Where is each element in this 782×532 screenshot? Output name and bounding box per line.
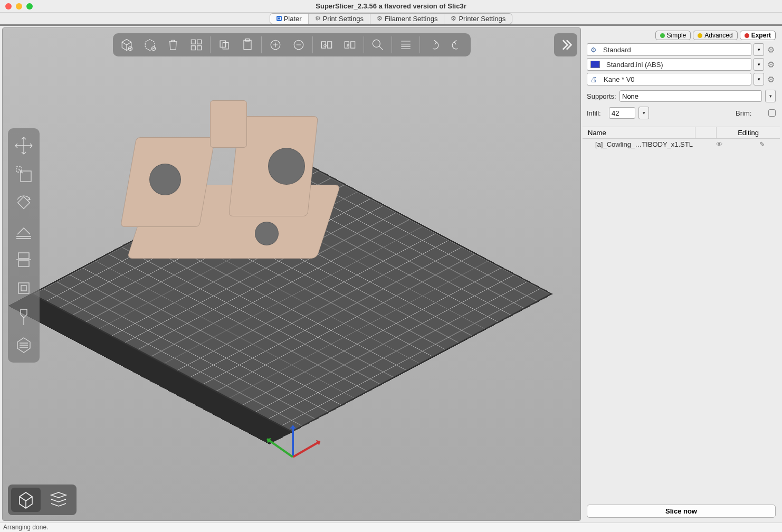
svg-rect-13	[327, 42, 331, 48]
svg-rect-25	[21, 286, 26, 291]
dropdown-toggle[interactable]: ▾	[754, 43, 764, 56]
sidebar: Simple Advanced Expert ⚙ Standard ▾ ⚙ S	[583, 27, 780, 521]
arrange-button[interactable]	[187, 35, 206, 54]
mode-expert-button[interactable]: Expert	[740, 31, 776, 40]
model-preview[interactable]	[123, 116, 345, 274]
fullscreen-window-icon[interactable]	[26, 3, 33, 10]
printer-preset-select[interactable]: 🖨 Kane * V0	[587, 73, 751, 86]
tab-label: Printer Settings	[459, 15, 506, 23]
tab-label: Plater	[284, 15, 302, 23]
support-paint-button[interactable]	[11, 332, 37, 358]
instance-add-button[interactable]	[266, 35, 285, 54]
infill-stepper[interactable]: ▾	[638, 107, 649, 119]
edit-object-icon[interactable]: ✎	[727, 140, 775, 148]
print-preset-select[interactable]: ⚙ Standard	[587, 43, 751, 56]
tab-print-settings[interactable]: ⚙ Print Settings	[309, 14, 370, 24]
edit-preset-button[interactable]: ⚙	[766, 60, 776, 69]
svg-text:O: O	[323, 43, 326, 48]
preset-value: Standard.ini (ABS)	[606, 61, 663, 69]
axis-x-icon	[292, 440, 321, 458]
preset-value: Kane * V0	[604, 75, 635, 83]
object-row[interactable]: [a]_Cowling_…TIBODY_x1.STL 👁 ✎	[583, 139, 780, 150]
svg-rect-4	[191, 46, 195, 50]
brim-label: Brim:	[736, 109, 765, 117]
seam-paint-button[interactable]	[11, 303, 37, 330]
paste-button[interactable]	[238, 35, 257, 54]
mode-simple-button[interactable]: Simple	[655, 31, 691, 40]
object-name: [a]_Cowling_…TIBODY_x1.STL	[588, 140, 711, 148]
mode-label: Expert	[751, 32, 771, 39]
mode-label: Simple	[667, 32, 686, 39]
split-objects-button[interactable]: O	[317, 35, 336, 54]
svg-rect-23	[18, 261, 29, 267]
object-list-header: Name Editing	[583, 127, 780, 139]
search-button[interactable]	[368, 35, 387, 54]
printer-icon: ⚙	[451, 15, 456, 22]
visibility-icon[interactable]: 👁	[711, 140, 727, 148]
tab-filament-settings[interactable]: ⚙ Filament Settings	[370, 14, 444, 24]
place-on-face-button[interactable]	[11, 218, 37, 244]
supports-select[interactable]	[619, 90, 762, 102]
svg-text:P: P	[346, 43, 349, 48]
dropdown-toggle[interactable]: ▾	[754, 73, 764, 86]
dropdown-toggle[interactable]: ▾	[765, 90, 776, 102]
tab-label: Print Settings	[323, 15, 364, 23]
slice-button[interactable]: Slice now	[587, 505, 776, 518]
view-layers-button[interactable]	[44, 488, 73, 512]
instance-remove-button[interactable]	[289, 35, 308, 54]
viewport-toolbar: O P	[113, 33, 471, 56]
split-parts-button[interactable]: P	[340, 35, 359, 54]
hollow-button[interactable]	[11, 275, 37, 301]
scale-gizmo-button[interactable]	[11, 161, 37, 187]
col-editing: Editing	[717, 127, 780, 138]
collapse-sidebar-button[interactable]	[554, 33, 577, 56]
brim-checkbox[interactable]	[768, 109, 776, 117]
gear-icon: ⚙	[315, 15, 321, 22]
dot-icon	[660, 33, 665, 38]
remove-object-button[interactable]	[140, 35, 159, 54]
filament-preset-select[interactable]: Standard.ini (ABS)	[587, 58, 751, 71]
mode-label: Advanced	[704, 32, 732, 39]
edit-preset-button[interactable]: ⚙	[766, 45, 776, 54]
edit-preset-button[interactable]: ⚙	[766, 74, 776, 84]
tab-label: Filament Settings	[385, 15, 437, 23]
tab-bar: Plater ⚙ Print Settings ⚙ Filament Setti…	[0, 13, 782, 26]
gizmo-toolbar	[8, 128, 40, 363]
redo-button[interactable]	[447, 35, 466, 54]
svg-rect-21	[18, 197, 30, 209]
layer-height-button[interactable]	[396, 35, 415, 54]
svg-rect-5	[197, 46, 201, 50]
viewport-3d[interactable]: O P	[2, 27, 581, 521]
window-title: SuperSlicer_2.3.56 a flavored version of…	[0, 2, 782, 10]
dot-icon	[745, 33, 749, 38]
cut-gizmo-button[interactable]	[11, 246, 37, 273]
gear-icon: ⚙	[590, 46, 597, 54]
supports-label: Supports:	[587, 92, 616, 100]
undo-button[interactable]	[424, 35, 443, 54]
mode-advanced-button[interactable]: Advanced	[693, 31, 737, 40]
spool-icon: ⚙	[377, 15, 383, 22]
delete-button[interactable]	[164, 35, 183, 54]
col-name: Name	[583, 127, 695, 138]
close-window-icon[interactable]	[5, 3, 12, 10]
svg-rect-8	[244, 40, 251, 50]
axis-y-icon	[266, 438, 293, 458]
filament-color-swatch	[590, 61, 600, 68]
status-text: Arranging done.	[3, 524, 48, 531]
infill-input[interactable]	[609, 107, 635, 119]
rotate-gizmo-button[interactable]	[11, 189, 37, 216]
tab-printer-settings[interactable]: ⚙ Printer Settings	[444, 14, 512, 24]
svg-rect-3	[197, 40, 201, 44]
copy-button[interactable]	[215, 35, 234, 54]
view-3d-button[interactable]	[11, 488, 41, 512]
tab-plater[interactable]: Plater	[270, 14, 309, 24]
printer-icon: 🖨	[590, 75, 597, 83]
add-object-button[interactable]	[117, 35, 136, 54]
dot-icon	[698, 33, 702, 38]
minimize-window-icon[interactable]	[16, 3, 22, 10]
dropdown-toggle[interactable]: ▾	[754, 58, 764, 71]
move-gizmo-button[interactable]	[11, 132, 37, 159]
svg-rect-16	[350, 42, 355, 48]
titlebar: SuperSlicer_2.3.56 a flavored version of…	[0, 0, 782, 13]
plater-icon	[276, 16, 282, 21]
